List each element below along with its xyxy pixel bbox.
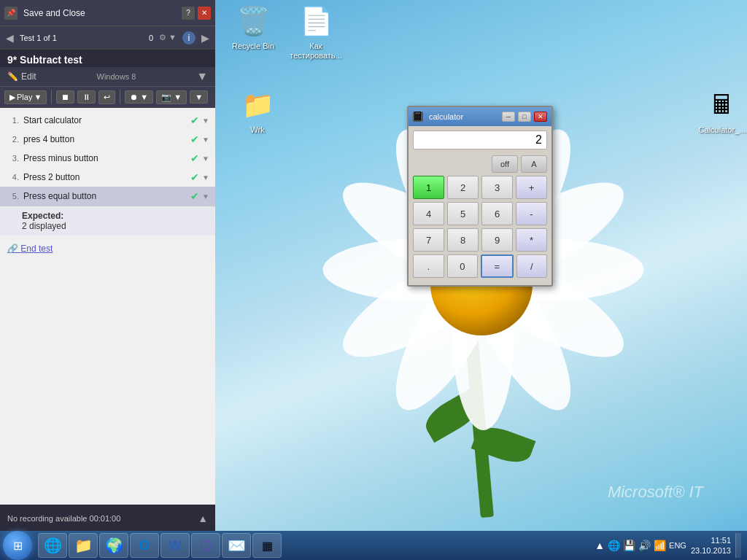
taskbar-item-browser[interactable]: 🌍 [99, 533, 128, 558]
calculator-button-8[interactable]: 8 [447, 228, 479, 252]
calculator-minimize-button[interactable]: ─ [502, 112, 515, 122]
screenshot-button[interactable]: 📷 ▼ [156, 90, 187, 104]
explorer-icon: 📁 [74, 537, 93, 554]
desktop-icon-calculator[interactable]: 🖩 Calculator_... [693, 88, 747, 135]
volume-icon[interactable]: 🔊 [638, 540, 651, 551]
calculator-button-7[interactable]: 7 [413, 228, 444, 252]
taskbar-item-outlook[interactable]: O [130, 533, 159, 558]
calculator-window-icon: 🖩 [413, 112, 423, 122]
desktop-icon-recycle-bin[interactable]: 🗑️ Recycle Bin [224, 4, 282, 51]
step-arrow-2: ▼ [202, 136, 209, 144]
rewind-button[interactable]: ↩ [98, 90, 115, 104]
step-item-4[interactable]: 4. Press 2 button ✔ ▼ [0, 168, 215, 187]
step-check-1: ✔ [190, 114, 199, 126]
watermark: Microsoft® IT [608, 483, 703, 502]
test-options-button[interactable]: ⚙ ▼ [159, 33, 177, 42]
calculator-row-4: . 0 = / [413, 254, 547, 278]
status-collapse-button[interactable]: ▲ [198, 513, 208, 524]
step-item-1[interactable]: 1. Start calculator ✔ ▼ [0, 111, 215, 130]
edit-icon: ✏️ [7, 71, 18, 82]
more-button[interactable]: ▼ [190, 90, 208, 104]
calculator-button-minus[interactable]: - [516, 202, 547, 225]
test-number-display: 0 [149, 34, 153, 42]
ie-icon: 🌐 [44, 537, 62, 554]
calculator-button-1[interactable]: 1 [413, 176, 444, 199]
expected-value: 2 displayed [22, 221, 208, 231]
calculator-display-value: 2 [535, 133, 542, 146]
calculator-button-0[interactable]: 0 [447, 254, 479, 278]
test-name: 9* Subtract test [7, 54, 208, 66]
calculator-button-3[interactable]: 3 [481, 176, 513, 199]
step-arrow-1: ▼ [202, 117, 209, 125]
clock-time: 11:51 [691, 535, 731, 545]
expected-label: Expected: [22, 211, 208, 221]
panel-help-button[interactable]: ? [182, 7, 195, 20]
edit-button[interactable]: ✏️ Edit [7, 71, 36, 82]
calculator-button-plus[interactable]: + [516, 176, 547, 199]
start-orb[interactable]: ⊞ [3, 531, 32, 560]
show-desktop-button[interactable] [735, 533, 741, 558]
calculator-button-2[interactable]: 2 [447, 176, 479, 199]
pause-button[interactable]: ⏸ [77, 90, 96, 104]
step-num-3: 3. [6, 154, 19, 163]
calculator-window: 🖩 calculator ─ □ ✕ 2 off A 1 2 3 + 4 5 6… [407, 106, 553, 287]
play-button[interactable]: ▶ Play ▼ [4, 90, 47, 104]
tray-icons: ▲ 🌐 💾 🔊 📶 ENG [595, 540, 686, 551]
mail-icon: ✉️ [228, 537, 246, 554]
removable-icon[interactable]: 💾 [623, 540, 635, 551]
calculator-button-9[interactable]: 9 [481, 228, 513, 252]
step-text-5: Press equal button [23, 191, 190, 201]
calculator-off-button[interactable]: off [492, 155, 518, 173]
calculator-button-divide[interactable]: / [516, 254, 548, 278]
toolbar-separator [51, 90, 52, 104]
calculator-a-button[interactable]: A [521, 155, 547, 173]
signal-icon[interactable]: 📶 [654, 540, 666, 551]
desktop-icon-word-doc[interactable]: 📄 Кактестировать... [287, 4, 345, 61]
taskbar-item-tiles[interactable]: ▦ [252, 533, 282, 558]
test-counter: Test 1 of 1 [20, 34, 143, 42]
prev-test-button[interactable]: ◀ [6, 32, 14, 44]
step-item-2[interactable]: 2. pres 4 button ✔ ▼ [0, 130, 215, 149]
calculator-maximize-button[interactable]: □ [518, 112, 531, 122]
tray-arrow[interactable]: ▲ [595, 540, 605, 551]
play-label: Play [17, 93, 32, 101]
calculator-button-multiply[interactable]: * [516, 228, 547, 252]
step-check-2: ✔ [190, 133, 199, 145]
step-item-5[interactable]: 5. Press equal button ✔ ▼ [0, 187, 215, 206]
taskbar-item-explorer[interactable]: 📁 [69, 533, 98, 558]
stop-button[interactable]: ⏹ [56, 90, 74, 104]
taskbar-item-ie[interactable]: 🌐 [38, 533, 67, 558]
network-icon[interactable]: 🌐 [608, 540, 620, 551]
step-item-3[interactable]: 3. Press minus button ✔ ▼ [0, 149, 215, 168]
calculator-display: 2 [413, 131, 547, 149]
calculator-close-button[interactable]: ✕ [534, 112, 547, 122]
step-text-3: Press minus button [23, 153, 190, 163]
step-num-2: 2. [6, 135, 19, 144]
taskbar-item-vs[interactable]: ⬡ [191, 533, 220, 558]
record-button[interactable]: ⏺ ▼ [125, 90, 153, 104]
clock[interactable]: 11:51 23.10.2013 [691, 535, 731, 556]
test-subbar: ◀ Test 1 of 1 0 ⚙ ▼ i ▶ [0, 26, 215, 50]
test-panel-status-bar: No recording available 00:01:00 ▲ [0, 505, 215, 532]
panel-close-button[interactable]: ✕ [198, 7, 211, 20]
panel-pin-button[interactable]: 📌 [4, 7, 18, 20]
calculator-buttons: off A 1 2 3 + 4 5 6 - 7 8 9 * . 0 = [409, 152, 551, 285]
end-test-link[interactable]: 🔗 End test [7, 244, 53, 254]
word-icon: W [169, 538, 182, 553]
taskbar-item-word[interactable]: W [160, 533, 190, 558]
info-button[interactable]: i [182, 31, 196, 44]
calculator-button-decimal[interactable]: . [413, 254, 444, 278]
browser-icon: 🌍 [105, 537, 123, 554]
taskbar-right: ▲ 🌐 💾 🔊 📶 ENG 11:51 23.10.2013 [589, 533, 747, 558]
calculator-button-equals[interactable]: = [481, 254, 514, 278]
taskbar-item-mail[interactable]: ✉️ [222, 533, 251, 558]
edit-label: Edit [21, 71, 36, 82]
calculator-button-5[interactable]: 5 [447, 202, 479, 225]
lang-indicator[interactable]: ENG [669, 541, 686, 550]
desktop-icon-folder[interactable]: 📁 Wrk [228, 88, 287, 135]
next-test-button[interactable]: ▶ [201, 32, 209, 44]
recycle-bin-label: Recycle Bin [232, 42, 274, 51]
calculator-button-6[interactable]: 6 [481, 202, 513, 225]
step-text-4: Press 2 button [23, 172, 190, 182]
calculator-button-4[interactable]: 4 [413, 202, 444, 225]
